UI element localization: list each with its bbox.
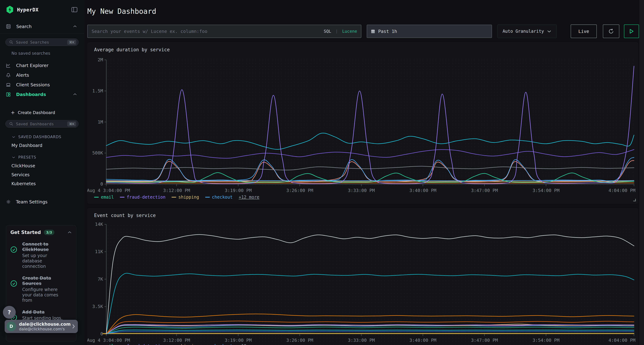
plus-icon: + <box>11 110 15 115</box>
task-title: Add Data <box>22 310 67 315</box>
granularity-select[interactable]: Auto Granularity <box>497 24 557 38</box>
svg-text:3:26:00 PM: 3:26:00 PM <box>286 338 313 343</box>
create-dashboard-button[interactable]: + Create Dashboard <box>11 110 84 115</box>
legend-more-link[interactable]: +12 more <box>239 344 260 345</box>
legend-label: checkout <box>212 344 233 345</box>
dashboards-icon <box>6 92 11 97</box>
line-chart[interactable]: 0500K1M1.5M2MAug 4 3:04:00 PM3:12:00 PM3… <box>87 42 638 204</box>
series-blue-flat <box>106 181 634 181</box>
chevron-right-icon <box>72 324 75 329</box>
svg-text:1.5M: 1.5M <box>92 88 103 93</box>
chevron-up-icon[interactable] <box>67 231 72 234</box>
svg-text:500K: 500K <box>92 150 103 156</box>
sidebar-item-chart-explorer[interactable]: Chart Explorer <box>0 61 84 70</box>
svg-text:Aug 4 3:04:00 PM: Aug 4 3:04:00 PM <box>87 188 130 193</box>
legend-item[interactable]: checkout <box>205 344 233 345</box>
check-circle-icon <box>10 246 18 269</box>
nav-label: Client Sessions <box>16 82 77 87</box>
brand-title: HyperDX <box>17 7 39 12</box>
saved-dashboards-input[interactable]: Saved Dashboards ⌘K <box>5 120 78 128</box>
legend-label: shipping <box>178 344 199 345</box>
play-icon <box>629 29 634 34</box>
sidebar-item-dashboards[interactable]: Dashboards <box>0 89 84 99</box>
help-button[interactable]: ? <box>3 306 16 319</box>
get-started-progress-badge: 3/3 <box>44 230 54 235</box>
svg-text:7K: 7K <box>98 277 103 282</box>
series-gray <box>106 166 634 170</box>
sidebar-item-my-dashboard[interactable]: My Dashboard <box>12 143 84 148</box>
event-search-input[interactable]: Search your events w/ Lucene ex. column:… <box>87 25 361 38</box>
series-orange-flat <box>106 183 634 183</box>
legend-item[interactable]: email <box>94 344 114 345</box>
svg-text:Aug 4 3:04:00 PM: Aug 4 3:04:00 PM <box>87 338 130 343</box>
saved-searches-input[interactable]: Saved Searches ⌘K <box>5 38 78 46</box>
mode-separator: | <box>336 29 338 34</box>
profile-card[interactable]: D dale@clickhouse.com dale@clickhouse.co… <box>5 320 78 333</box>
task-title: Create Data Sources <box>22 276 67 286</box>
series-cyan <box>106 133 634 149</box>
sidebar-item-alerts[interactable]: Alerts <box>0 70 84 80</box>
legend-label: fraud-detection <box>127 195 166 200</box>
svg-text:3:54:00 PM: 3:54:00 PM <box>532 338 560 343</box>
sidebar-item-team-settings[interactable]: Team Settings <box>0 197 84 206</box>
legend-label: shipping <box>178 195 199 200</box>
search-section-icon <box>6 24 11 29</box>
resize-handle-icon[interactable] <box>633 199 636 201</box>
play-button[interactable] <box>624 24 639 38</box>
svg-text:3:19:00 PM: 3:19:00 PM <box>225 338 252 343</box>
chevron-up-icon <box>73 25 77 28</box>
saved-dashboards-group-header[interactable]: SAVED DASHBOARDS <box>12 135 84 139</box>
svg-text:14K: 14K <box>95 222 103 227</box>
lucene-mode-toggle[interactable]: Lucene <box>342 29 357 34</box>
refresh-button[interactable] <box>603 24 619 38</box>
series-purple <box>106 150 634 158</box>
series-orange-1 <box>106 314 634 334</box>
legend-more-link[interactable]: +12 more <box>239 195 260 200</box>
svg-text:3:19:00 PM: 3:19:00 PM <box>225 188 252 193</box>
legend-item[interactable]: fraud-detection <box>120 195 166 200</box>
collapse-sidebar-icon[interactable] <box>72 7 78 12</box>
chevron-down-icon <box>547 30 552 33</box>
refresh-icon <box>608 28 614 34</box>
get-started-title: Get Started <box>10 230 41 235</box>
legend-item[interactable]: checkout <box>205 195 233 200</box>
get-started-item[interactable]: Create Data Sources Configure where your… <box>10 276 72 303</box>
svg-text:11K: 11K <box>95 249 103 254</box>
series-checkout <box>106 157 634 181</box>
sidebar-item-services[interactable]: Services <box>12 172 84 177</box>
saved-searches-placeholder: Saved Searches <box>16 40 67 44</box>
scrollbar-gutter[interactable] <box>639 0 644 345</box>
time-range-picker[interactable]: Past 1h <box>367 25 492 38</box>
line-chart[interactable]: 03.5K7K11K14KAug 4 3:04:00 PM3:12:00 PM3… <box>87 208 638 345</box>
legend-item[interactable]: email <box>94 195 114 200</box>
sidebar-item-kubernetes[interactable]: Kubernetes <box>12 181 84 186</box>
live-button[interactable]: Live <box>571 24 597 38</box>
svg-text:0: 0 <box>100 181 103 187</box>
get-started-item[interactable]: Connect to ClickHouse Set up your databa… <box>10 242 72 269</box>
svg-text:3:47:00 PM: 3:47:00 PM <box>471 188 498 193</box>
time-range-value: Past 1h <box>378 29 397 34</box>
sidebar-item-client-sessions[interactable]: Client Sessions <box>0 80 84 89</box>
svg-text:3:12:00 PM: 3:12:00 PM <box>163 188 190 193</box>
legend-item[interactable]: fraud-detection <box>120 344 166 345</box>
hyperdx-logo-icon <box>6 5 14 14</box>
svg-text:3:33:00 PM: 3:33:00 PM <box>348 338 375 343</box>
svg-text:2M: 2M <box>98 57 103 62</box>
legend-item[interactable]: shipping <box>172 344 199 345</box>
legend-item[interactable]: shipping <box>172 195 199 200</box>
svg-text:3:40:00 PM: 3:40:00 PM <box>410 338 436 343</box>
sidebar-item-search[interactable]: Search <box>0 22 84 30</box>
legend-label: email <box>101 195 114 200</box>
chart-panel-event-count[interactable]: Event count by service 03.5K7K11K14KAug … <box>87 208 638 345</box>
team-settings-label: Team Settings <box>16 199 48 205</box>
sql-mode-toggle[interactable]: SQL <box>324 29 331 34</box>
sidebar: HyperDX Search Saved Searches ⌘K No save… <box>0 0 84 345</box>
presets-group-header[interactable]: PRESETS <box>12 155 84 159</box>
legend-swatch-icon <box>205 197 210 198</box>
check-circle-icon <box>10 280 18 303</box>
sidebar-item-clickhouse[interactable]: ClickHouse <box>12 163 84 168</box>
task-title: Connect to ClickHouse <box>22 242 67 252</box>
main-content: My New Dashboard Search your events w/ L… <box>84 0 644 345</box>
chart-panel-avg-duration[interactable]: Average duration by service 0500K1M1.5M2… <box>87 42 638 204</box>
gear-icon <box>6 199 11 204</box>
